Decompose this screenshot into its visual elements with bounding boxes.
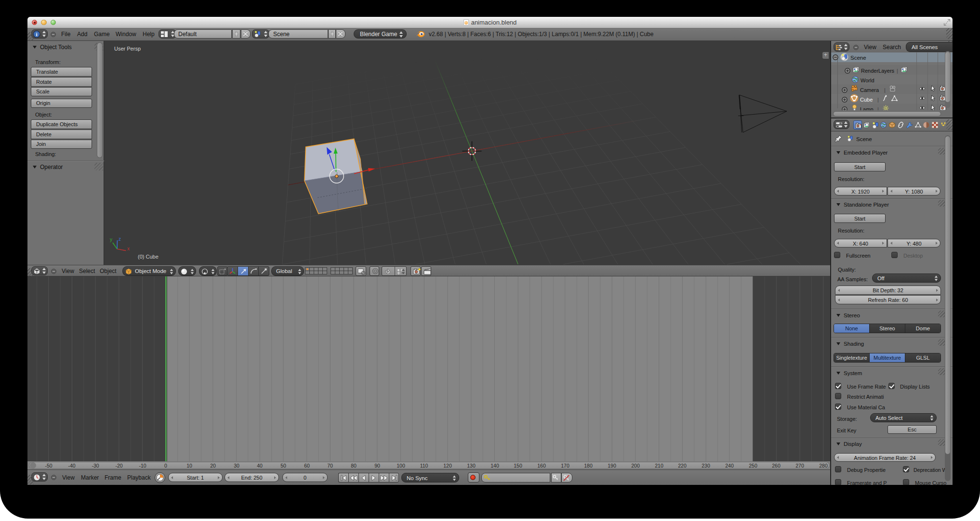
svg-text:z: z: [119, 236, 121, 242]
svg-text:i: i: [36, 31, 37, 37]
svg-text:y: y: [110, 237, 112, 242]
svg-text:x: x: [127, 246, 130, 251]
